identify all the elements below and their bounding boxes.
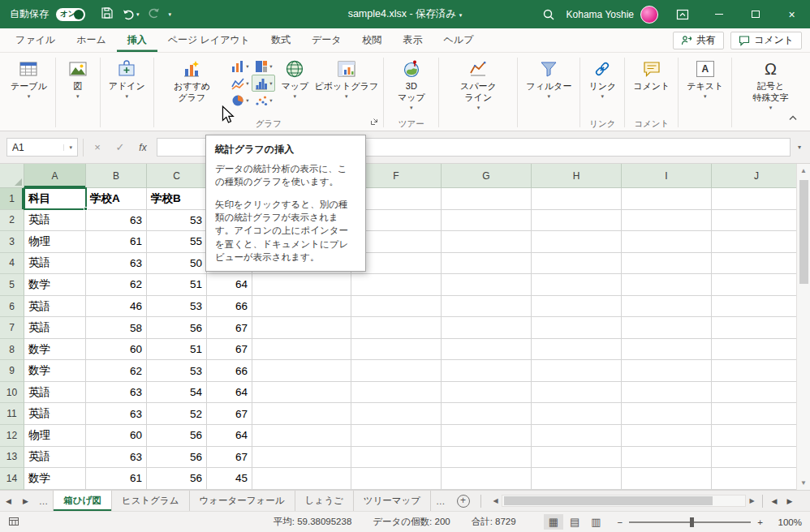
document-title-text[interactable]: sample4.xlsx - 保存済み: [348, 8, 457, 19]
name-box[interactable]: A1 ▾: [6, 138, 78, 157]
cell[interactable]: [442, 425, 532, 447]
cell[interactable]: [532, 296, 622, 318]
cell[interactable]: 英語: [24, 403, 86, 425]
collapse-ribbon-button[interactable]: [784, 107, 802, 127]
map-3d-button[interactable]: 3D マップ ▾: [388, 56, 434, 112]
horizontal-scrollbar-thumb[interactable]: [504, 496, 713, 505]
cell[interactable]: 54: [147, 382, 207, 404]
cell[interactable]: [532, 360, 622, 382]
cell[interactable]: [442, 231, 532, 253]
zoom-slider-thumb[interactable]: [690, 517, 694, 527]
cell[interactable]: [442, 382, 532, 404]
cell[interactable]: 50: [147, 253, 207, 275]
cell[interactable]: [442, 188, 532, 210]
ribbon-tab[interactable]: 校閲: [352, 28, 393, 52]
cell[interactable]: 51: [147, 339, 207, 361]
cell[interactable]: 46: [86, 296, 147, 318]
cell[interactable]: [532, 317, 622, 339]
cell[interactable]: 数学: [24, 468, 86, 490]
cell[interactable]: [622, 447, 712, 469]
cell[interactable]: 56: [147, 425, 207, 447]
sheet-tab[interactable]: ウォーターフォール: [190, 491, 295, 511]
cell[interactable]: 英語: [24, 253, 86, 275]
close-button[interactable]: ×: [773, 0, 810, 28]
cell[interactable]: [442, 317, 532, 339]
insert-line-chart-button[interactable]: ▾: [228, 75, 252, 92]
insert-hierarchy-chart-button[interactable]: ▾: [252, 58, 275, 75]
cell[interactable]: [252, 274, 351, 296]
row-header[interactable]: 7: [0, 317, 24, 339]
cell[interactable]: 45: [207, 468, 252, 490]
scroll-left-icon[interactable]: ◀: [490, 497, 502, 504]
cell[interactable]: [712, 468, 802, 490]
cell[interactable]: [442, 403, 532, 425]
cell[interactable]: [532, 403, 622, 425]
cell[interactable]: 55: [147, 231, 207, 253]
customize-toolbar-button[interactable]: ▾: [169, 11, 172, 18]
cell[interactable]: [351, 382, 442, 404]
zoom-level[interactable]: 100%: [771, 517, 802, 527]
cell[interactable]: 56: [147, 468, 207, 490]
cell[interactable]: [252, 317, 351, 339]
comment-button[interactable]: コメント: [629, 56, 674, 93]
cell[interactable]: [532, 468, 622, 490]
cell[interactable]: [712, 231, 802, 253]
user-name[interactable]: Kohama Yoshie: [567, 9, 634, 20]
cell[interactable]: 数学: [24, 274, 86, 296]
status-sum[interactable]: 合計: 8729: [472, 516, 516, 528]
cell[interactable]: [351, 339, 442, 361]
cell[interactable]: [532, 382, 622, 404]
cell[interactable]: [351, 425, 442, 447]
zoom-slider[interactable]: [629, 521, 751, 523]
column-header[interactable]: B: [86, 164, 147, 188]
cell[interactable]: [442, 360, 532, 382]
cell[interactable]: 67: [207, 403, 252, 425]
row-header[interactable]: 1: [0, 188, 24, 210]
column-header[interactable]: I: [622, 164, 712, 188]
cell[interactable]: [712, 317, 802, 339]
ribbon-display-options-button[interactable]: [670, 0, 696, 28]
cell[interactable]: [622, 296, 712, 318]
cell[interactable]: 62: [86, 274, 147, 296]
cell[interactable]: 学校B: [147, 188, 207, 210]
formula-bar-expand-icon[interactable]: ▾: [795, 144, 804, 151]
cell[interactable]: [532, 447, 622, 469]
cell[interactable]: [442, 274, 532, 296]
cell[interactable]: 63: [86, 403, 147, 425]
cell[interactable]: [532, 188, 622, 210]
cell[interactable]: 物理: [24, 425, 86, 447]
undo-button[interactable]: ▾: [122, 8, 140, 21]
illustrations-button[interactable]: 図 ▾: [60, 56, 96, 101]
cell[interactable]: [351, 296, 442, 318]
column-header[interactable]: A: [24, 164, 86, 188]
cell[interactable]: [622, 253, 712, 275]
cell[interactable]: [351, 468, 442, 490]
cell[interactable]: 60: [86, 425, 147, 447]
row-header[interactable]: 5: [0, 274, 24, 296]
scroll-up-icon[interactable]: ▲: [800, 164, 807, 178]
select-all-button[interactable]: [0, 164, 24, 188]
sheet-overflow-left[interactable]: …: [34, 491, 54, 511]
column-header[interactable]: C: [147, 164, 207, 188]
scroll-right-icon[interactable]: ▶: [746, 497, 757, 504]
cell[interactable]: [622, 382, 712, 404]
cell[interactable]: 51: [147, 274, 207, 296]
cell[interactable]: [532, 274, 622, 296]
cell[interactable]: [622, 468, 712, 490]
cell[interactable]: [622, 188, 712, 210]
filters-button[interactable]: フィルター ▾: [522, 56, 575, 101]
ribbon-tab[interactable]: ページ レイアウト: [157, 28, 261, 52]
dialog-launcher-icon[interactable]: [370, 117, 378, 129]
link-button[interactable]: リンク ▾: [584, 56, 620, 101]
zoom-out-button[interactable]: −: [618, 517, 623, 527]
cell[interactable]: [351, 274, 442, 296]
minimize-button[interactable]: [700, 0, 737, 28]
cell[interactable]: [252, 447, 351, 469]
redo-button[interactable]: [148, 6, 161, 23]
cell[interactable]: [252, 403, 351, 425]
macro-record-icon[interactable]: [8, 516, 19, 529]
cell[interactable]: [712, 274, 802, 296]
cell[interactable]: 英語: [24, 296, 86, 318]
cell[interactable]: [622, 274, 712, 296]
cell[interactable]: 科目: [24, 188, 86, 210]
